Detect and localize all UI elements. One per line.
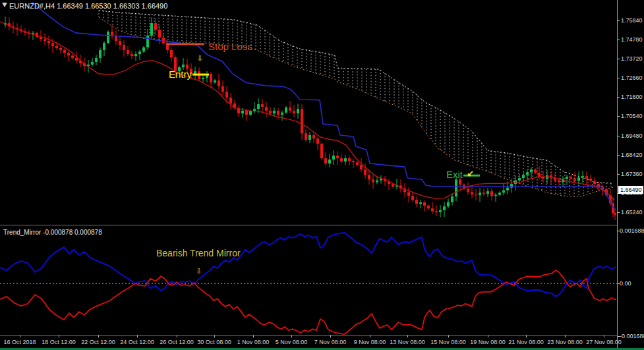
- time-tick-mark: [407, 335, 408, 337]
- time-tick-mark: [565, 335, 566, 337]
- time-tick-mark: [330, 335, 331, 337]
- time-tick-label[interactable]: 15 Nov 08:00: [430, 339, 466, 345]
- time-tick-label[interactable]: 13 Nov 08:00: [390, 339, 425, 345]
- price-tick-mark: [618, 155, 620, 156]
- time-tick-mark: [98, 335, 99, 337]
- time-tick-label[interactable]: 30 Oct 08:00: [197, 339, 231, 345]
- time-tick-mark: [448, 335, 449, 337]
- time-tick-mark: [137, 335, 138, 337]
- time-tick-mark: [253, 335, 254, 337]
- entry-arrow-icon: ⇩: [197, 55, 202, 62]
- chart-title-ohlc: 1.66349 1.66530 1.66303 1.66490: [57, 2, 167, 10]
- time-tick-label[interactable]: 19 Nov 08:00: [470, 339, 506, 345]
- price-tick-mark: [618, 174, 620, 175]
- ichimoku-cloud: [99, 11, 613, 196]
- candlesticks: [4, 16, 616, 220]
- indicator-tick-label: 0.001688: [620, 227, 644, 234]
- price-tick-mark: [618, 78, 620, 78]
- price-tick-mark: [618, 20, 620, 21]
- time-tick-label[interactable]: 26 Oct 12:00: [160, 339, 194, 345]
- time-tick-mark: [526, 335, 527, 337]
- price-axis[interactable]: 1.66490 1.758401.747801.737201.726601.71…: [617, 0, 644, 348]
- main-chart-canvas[interactable]: [0, 0, 617, 225]
- indicator-tick-label: 0.00: [620, 280, 631, 287]
- symbol-marker-icon: [2, 3, 7, 7]
- entry-label[interactable]: Entry: [169, 69, 192, 80]
- price-tick-label: 1.72660: [621, 74, 643, 81]
- time-tick-label[interactable]: 1 Nov 08:00: [237, 339, 270, 345]
- time-tick-mark: [370, 335, 370, 337]
- bid-price-box: 1.66490: [618, 186, 643, 194]
- time-tick-mark: [177, 335, 177, 337]
- mt4-chart-window: EURNZD#,H4 1.66349 1.66530 1.66303 1.664…: [0, 0, 644, 350]
- time-tick-mark: [59, 335, 59, 337]
- time-axis[interactable]: 16 Oct 201818 Oct 12:0022 Oct 12:0024 Oc…: [0, 335, 644, 348]
- time-tick-mark: [291, 335, 292, 337]
- time-tick-label[interactable]: 23 Nov 08:00: [547, 339, 583, 345]
- bearish-trend-mirror-label[interactable]: Bearish Trend Mirror: [156, 248, 241, 258]
- time-tick-label[interactable]: 24 Oct 12:00: [120, 339, 154, 345]
- price-tick-label: 1.69480: [621, 132, 643, 139]
- time-tick-label[interactable]: 21 Nov 08:00: [508, 339, 544, 345]
- price-tick-mark: [618, 97, 620, 98]
- price-tick-label: 1.70540: [621, 113, 643, 119]
- tenkan-line: [0, 22, 614, 200]
- trend-mirror-bull-line: [0, 233, 616, 297]
- price-tick-mark: [618, 40, 620, 40]
- price-tick-mark: [618, 116, 620, 117]
- time-tick-mark: [488, 335, 488, 337]
- price-tick-mark: [618, 212, 620, 213]
- time-tick-label[interactable]: 22 Oct 12:00: [81, 339, 115, 345]
- price-tick-label: 1.74780: [621, 36, 643, 43]
- chart-title-symbol: EURNZD#,H4: [9, 2, 55, 10]
- price-tick-label: 1.73720: [621, 55, 643, 62]
- exit-arrow-icon: ↙: [467, 169, 474, 178]
- indicator-label: Trend_Mirror -0.000878 0.000878: [3, 229, 102, 236]
- time-tick-mark: [20, 335, 20, 337]
- exit-label[interactable]: Exit: [446, 169, 463, 180]
- price-tick-label: 1.65240: [621, 209, 643, 216]
- time-tick-mark: [604, 335, 604, 337]
- price-tick-label: 1.71600: [621, 94, 643, 100]
- time-tick-label[interactable]: 7 Nov 08:00: [314, 339, 347, 345]
- trend-mirror-bear-line: [0, 270, 616, 334]
- price-tick-label: 1.68420: [621, 152, 643, 158]
- time-tick-label[interactable]: 16 Oct 2018: [3, 339, 36, 345]
- main-chart-panel[interactable]: EURNZD#,H4 1.66349 1.66530 1.66303 1.664…: [0, 0, 617, 225]
- trend-mirror-canvas[interactable]: [0, 225, 617, 335]
- time-tick-label[interactable]: 27 Nov 08:00: [586, 339, 622, 345]
- chart-title: EURNZD#,H4 1.66349 1.66530 1.66303 1.664…: [9, 2, 167, 10]
- trend-mirror-panel[interactable]: Trend_Mirror -0.000878 0.000878 Bearish …: [0, 225, 617, 335]
- time-tick-mark: [214, 335, 215, 337]
- price-tick-mark: [618, 136, 620, 136]
- bearish-arrow-icon: ⇩: [196, 268, 202, 275]
- time-tick-label[interactable]: 5 Nov 08:00: [276, 339, 308, 345]
- price-tick-mark: [618, 59, 620, 59]
- time-tick-label[interactable]: 9 Nov 08:00: [354, 339, 386, 345]
- stop-loss-label[interactable]: Stop Loss: [208, 41, 252, 52]
- price-tick-label: 1.75840: [621, 17, 643, 24]
- price-tick-label: 1.67360: [621, 171, 643, 177]
- time-tick-label[interactable]: 18 Oct 12:00: [42, 339, 76, 345]
